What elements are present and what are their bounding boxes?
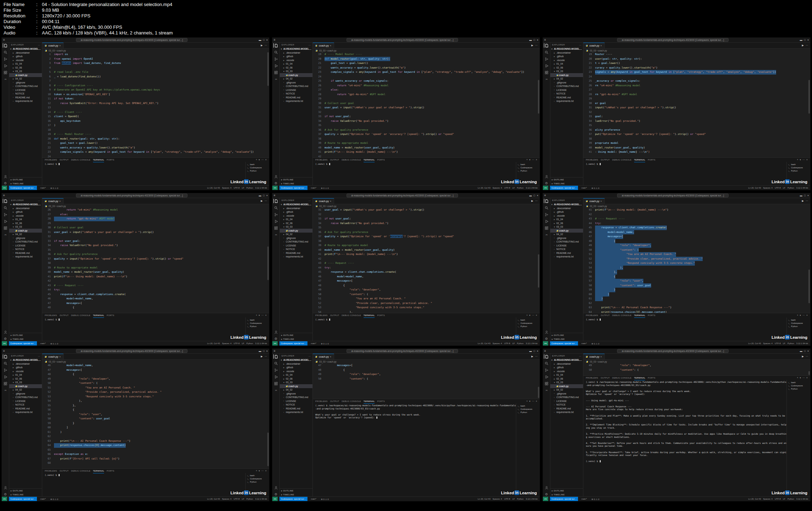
sidebar-section-outline[interactable]: ▸ OUTLINE bbox=[9, 333, 42, 337]
explorer-icon[interactable] bbox=[273, 43, 279, 48]
codespace-status[interactable]: Codespaces: special sur… bbox=[279, 497, 307, 501]
panel-icon[interactable]: + bbox=[526, 400, 528, 403]
tree-item-contributing-md[interactable]: ▫CONTRIBUTING.md bbox=[550, 396, 583, 399]
terminal-list-item-bash[interactable]: ›_bash bbox=[518, 318, 540, 321]
tree-item--gitignore[interactable]: ▫.gitignore bbox=[550, 81, 583, 85]
panel-icon[interactable]: ⋯ bbox=[261, 469, 264, 472]
run-file-icon[interactable]: ▶ bbox=[802, 200, 804, 202]
source-control-icon[interactable] bbox=[273, 57, 278, 61]
git-branch-status[interactable]: main* bbox=[580, 186, 588, 190]
editor-scrollbar[interactable] bbox=[808, 270, 810, 303]
tab-coach-py[interactable]: coach.py × bbox=[583, 43, 605, 48]
panel-tab-ports[interactable]: PORTS bbox=[107, 158, 114, 162]
git-branch-status[interactable]: main* bbox=[309, 341, 317, 346]
panel-tab-ports[interactable]: PORTS bbox=[377, 399, 385, 404]
tab-close-icon[interactable]: × bbox=[330, 44, 331, 47]
status-item[interactable]: LF bbox=[783, 498, 785, 500]
terminal-output[interactable]: (.venv) $ /workspaces/ai-reasoning-model… bbox=[313, 403, 516, 496]
remote-explorer-icon[interactable]: >< bbox=[273, 233, 278, 237]
workspace-root-folder[interactable]: ▾AI-REASONING-MODEL… bbox=[9, 358, 42, 362]
settings-gear-icon[interactable]: ⚙ bbox=[544, 181, 549, 185]
panel-tab-terminal[interactable]: TERMINAL bbox=[634, 158, 645, 162]
code-editor[interactable]: 31user_goal = input("\nWhat's your goal … bbox=[313, 208, 540, 313]
remote-indicator[interactable]: >< bbox=[543, 497, 548, 501]
extensions-icon[interactable] bbox=[273, 70, 278, 75]
codespace-status[interactable]: Codespaces: special sur… bbox=[9, 341, 37, 346]
panel-tab-terminal[interactable]: TERMINAL bbox=[634, 313, 645, 318]
layout-icon[interactable]: ▬ bbox=[529, 194, 532, 197]
status-item[interactable]: LF bbox=[512, 342, 515, 344]
panel-tab-terminal[interactable]: TERMINAL bbox=[364, 313, 375, 318]
tree-item-notice[interactable]: ▫NOTICE bbox=[550, 92, 583, 96]
tab-close-icon[interactable]: × bbox=[59, 355, 61, 358]
tree-item-03-03[interactable]: ▾03_03 bbox=[9, 225, 42, 229]
video-thumbnail-4[interactable]: ≡ ai-reasoning-models-fundamentals-and-p… bbox=[1, 193, 269, 346]
panel-icon[interactable]: + bbox=[797, 158, 798, 161]
panel-icon[interactable]: ▾ bbox=[259, 469, 260, 472]
git-branch-status[interactable]: main* bbox=[309, 186, 317, 190]
tree-item--devcontainer[interactable]: ▸.devcontainer bbox=[550, 362, 583, 366]
panel-icon[interactable]: × bbox=[806, 314, 808, 317]
search-icon[interactable] bbox=[273, 50, 278, 54]
git-branch-status[interactable]: main* bbox=[580, 497, 588, 501]
close-icon[interactable]: × bbox=[266, 39, 268, 41]
sidebar-section-timeline[interactable]: ▸ TIMELINE bbox=[280, 181, 312, 185]
tab-coach-py[interactable]: coach.py × bbox=[42, 198, 64, 204]
panel-tab-ports[interactable]: PORTS bbox=[107, 469, 114, 473]
status-item[interactable]: Spaces: 4 bbox=[222, 342, 231, 344]
settings-gear-icon[interactable]: ⚙ bbox=[3, 181, 8, 185]
close-icon[interactable]: × bbox=[537, 350, 538, 352]
tree-item-01-04[interactable]: ▸01_04 bbox=[280, 373, 312, 377]
codespace-status[interactable]: Codespaces: special sur… bbox=[550, 186, 578, 190]
terminal-output[interactable]: (.venv) $ bbox=[42, 162, 245, 185]
sidebar-section-outline[interactable]: ▸ OUTLINE bbox=[550, 489, 583, 493]
code-editor[interactable]: 47 messages=[48 {49 "role": "developer",… bbox=[313, 363, 540, 399]
status-item[interactable]: Python bbox=[246, 187, 253, 189]
panel-icon[interactable]: ⋯ bbox=[802, 158, 805, 161]
codespace-status[interactable]: Codespaces: special sur… bbox=[279, 186, 307, 190]
status-item[interactable]: LF bbox=[512, 187, 515, 189]
tree-item-readme-md[interactable]: ▫README.md bbox=[550, 96, 583, 99]
panel-icon[interactable]: + bbox=[526, 158, 528, 161]
tab-close-icon[interactable]: × bbox=[600, 200, 602, 202]
terminal-output[interactable]: (.venv) $ bbox=[42, 473, 245, 496]
tree-item-coach-py[interactable]: coach.py bbox=[550, 384, 583, 388]
tree-item-contributing-md[interactable]: ▫CONTRIBUTING.md bbox=[280, 240, 312, 244]
status-item[interactable]: Python bbox=[517, 187, 524, 189]
tree-item--vscode[interactable]: ▸.vscode bbox=[280, 214, 312, 218]
more-actions-icon[interactable]: ⋯ bbox=[265, 44, 267, 47]
tree-item-notice[interactable]: ▫NOTICE bbox=[280, 403, 312, 407]
explorer-icon[interactable] bbox=[273, 199, 279, 203]
status-item[interactable]: Ln 20, Col 43 bbox=[478, 187, 491, 189]
settings-gear-icon[interactable]: ⚙ bbox=[273, 181, 278, 185]
panel-tab-debug-console[interactable]: DEBUG CONSOLE bbox=[71, 469, 90, 473]
editor-scrollbar[interactable] bbox=[538, 80, 539, 114]
maximize-icon[interactable]: □ bbox=[534, 39, 535, 41]
panel-icon[interactable]: ▾ bbox=[259, 314, 260, 317]
layout-icon[interactable]: ▬ bbox=[529, 350, 532, 352]
workspace-root-folder[interactable]: ▾AI-REASONING-MODEL… bbox=[280, 202, 312, 206]
tab-close-icon[interactable]: × bbox=[59, 44, 61, 47]
tree-item-04-02[interactable]: ▸04_02 bbox=[280, 388, 312, 392]
status-item[interactable]: Python bbox=[788, 187, 794, 189]
workspace-root-folder[interactable]: ▾AI-REASONING-MODEL… bbox=[550, 358, 583, 362]
tree-item-license[interactable]: ▫LICENSE bbox=[550, 88, 583, 92]
git-branch-status[interactable]: main* bbox=[580, 341, 588, 346]
tree-item--devcontainer[interactable]: ▸.devcontainer bbox=[550, 206, 583, 210]
source-control-icon[interactable] bbox=[3, 212, 8, 217]
tree-item-license[interactable]: ▫LICENSE bbox=[9, 88, 42, 92]
terminal-list-item-bash[interactable]: ›_bash bbox=[247, 318, 269, 321]
terminal-output[interactable]: (.venv) $ bbox=[42, 317, 245, 341]
panel-tab-problems[interactable]: PROBLEMS bbox=[586, 158, 598, 162]
tree-item--vscode[interactable]: ▸.vscode bbox=[9, 214, 42, 218]
codespace-status[interactable]: Codespaces: special sur… bbox=[9, 497, 37, 501]
tree-item--github[interactable]: ▸.github bbox=[550, 366, 583, 370]
tree-item--github[interactable]: ▸.github bbox=[280, 210, 312, 214]
tree-item-readme-md[interactable]: ▫README.md bbox=[280, 251, 312, 255]
git-branch-status[interactable]: main* bbox=[39, 497, 47, 501]
terminal-list-item-codespaces[interactable]: ›_Codespaces bbox=[518, 407, 540, 411]
remote-indicator[interactable]: >< bbox=[2, 341, 7, 346]
tree-item-02-06[interactable]: ▸02_06 bbox=[9, 377, 42, 381]
status-item[interactable]: UTF-8 bbox=[234, 187, 240, 189]
tree-item-01-04[interactable]: ▸01_04 bbox=[280, 218, 312, 222]
